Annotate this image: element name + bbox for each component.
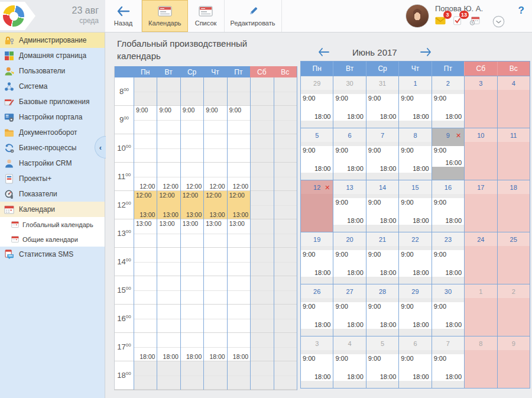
sidebar-item-bpm[interactable]: Бизнес-процессы — [0, 140, 105, 156]
user-avatar[interactable] — [406, 4, 429, 28]
prev-month-button[interactable] — [318, 48, 330, 56]
month-day-cell[interactable]: 139:0018:00 — [333, 180, 365, 232]
month-day-cell[interactable]: 219:0018:00 — [366, 232, 398, 284]
month-day-cell[interactable]: 18 — [497, 180, 530, 232]
toolbar-button-edit[interactable]: Редактировать — [225, 0, 282, 32]
month-day-cell[interactable]: 29:0018:00 — [432, 76, 464, 128]
afternoon-start-label: 13:00 — [206, 220, 221, 227]
sidebar-item-kpi[interactable]: Показатели — [0, 186, 105, 202]
month-day-cell[interactable]: 4 — [497, 76, 530, 128]
month-day-cell[interactable]: 11 — [497, 128, 530, 180]
month-day-cell[interactable]: 9 — [497, 336, 530, 388]
sidebar-item-portal-settings[interactable]: Настройки портала — [0, 109, 105, 125]
month-day-cell[interactable]: 289:0018:00 — [366, 284, 398, 336]
sidebar-item-docflow[interactable]: Документооборот — [0, 125, 105, 140]
month-day-cell[interactable]: 309:0018:00 — [333, 76, 365, 128]
month-day-cell[interactable]: 299:0018:00 — [301, 76, 333, 128]
month-day-cell[interactable]: 319:0018:00 — [366, 76, 398, 128]
month-day-cell[interactable]: 59:0018:00 — [366, 336, 398, 388]
sidebar-item-home[interactable]: Домашняя страница — [0, 48, 105, 63]
notification-mail-button[interactable]: 3 — [435, 16, 446, 28]
toolbar-button-label: Редактировать — [231, 20, 275, 27]
month-day-cell[interactable]: 149:0018:00 — [366, 180, 398, 232]
month-day-cell[interactable]: 12✕ — [301, 180, 333, 232]
month-day-cell[interactable]: 89:0018:00 — [398, 128, 431, 180]
month-day-cell[interactable]: 24 — [464, 232, 497, 284]
lunch-hour-cell: 12:0013:00 — [181, 191, 203, 219]
sidebar-item-sms-stats[interactable]: SMSСтатистика SMS — [0, 247, 105, 262]
month-week-row: 269:0018:00279:0018:00289:0018:00299:001… — [301, 284, 530, 336]
sidebar-item-administration[interactable]: Администрирование — [0, 33, 105, 48]
sidebar-item-shared-calendars[interactable]: Общие календари — [0, 232, 105, 247]
month-day-cell[interactable]: 8 — [464, 336, 497, 388]
month-day-cell[interactable]: 1 — [464, 284, 497, 336]
day-number: 5 — [301, 128, 333, 142]
topbar: 23 авг среда НазадКалендарьСписокРедакти… — [0, 0, 532, 33]
help-button[interactable]: ? — [518, 5, 524, 17]
month-week-row: 299:0018:00309:0018:00319:0018:0019:0018… — [301, 76, 530, 128]
day-number: 1 — [465, 284, 497, 298]
lunch-end-label: 13:00 — [163, 211, 179, 218]
working-hour-cell: 18:00 — [228, 333, 250, 361]
month-day-cell[interactable]: 49:0018:00 — [333, 336, 365, 388]
hour-label: 1500 — [115, 276, 134, 305]
sidebar-menu: АдминистрированиеДомашняя страницаПользо… — [0, 33, 105, 262]
svg-text:SMS: SMS — [8, 255, 13, 257]
day-number: 11 — [498, 128, 530, 142]
month-day-cell[interactable]: 239:0018:00 — [432, 232, 464, 284]
day-end-time: 16:00 — [446, 159, 462, 166]
next-month-button[interactable] — [420, 48, 432, 56]
user-name[interactable]: Попова Ю. А. — [435, 4, 483, 13]
app-logo-icon[interactable] — [0, 2, 35, 30]
week-day-column-Пт: 9:0012:0012:0013:0013:0018:00 — [227, 77, 250, 390]
working-hour-cell: 12:00 — [157, 163, 180, 191]
month-day-cell[interactable]: 269:0018:00 — [301, 284, 333, 336]
sidebar-item-users[interactable]: Пользователи — [0, 63, 105, 79]
month-day-cell[interactable]: 59:0018:00 — [301, 128, 333, 180]
month-day-cell[interactable]: 309:0018:00 — [432, 284, 464, 336]
month-day-cell[interactable]: 79:0018:00 — [366, 128, 398, 180]
toolbar-button-calendar[interactable]: Календарь — [142, 0, 188, 32]
sidebar-item-base-apps[interactable]: Базовые приложения — [0, 94, 105, 109]
day-number: 20 — [333, 232, 365, 246]
day-number: 6 — [333, 128, 365, 142]
month-day-cell[interactable]: 79:0018:00 — [432, 336, 464, 388]
working-hour-cell — [204, 276, 226, 305]
sidebar-item-calendars[interactable]: Календари — [0, 202, 105, 217]
toolbar-button-back[interactable]: Назад — [105, 0, 142, 32]
month-day-cell[interactable]: 299:0018:00 — [398, 284, 431, 336]
month-day-cell[interactable]: 199:0018:00 — [301, 232, 333, 284]
month-day-cell[interactable]: 39:0018:00 — [301, 336, 333, 388]
sidebar-item-global-calendar[interactable]: Глобальный календарь — [0, 217, 105, 232]
month-day-cell[interactable]: 2 — [497, 284, 530, 336]
month-day-cell[interactable]: 69:0018:00 — [333, 128, 365, 180]
month-day-cell[interactable]: 69:0018:00 — [398, 336, 431, 388]
notification-calendar-clock-button[interactable] — [469, 16, 480, 28]
month-day-cell[interactable]: 19:0018:00 — [398, 76, 431, 128]
work-hours-band: 9:0018:00 — [333, 302, 365, 329]
month-day-cell[interactable]: 209:0018:00 — [333, 232, 365, 284]
sidebar-item-crm-settings[interactable]: Настройки CRM — [0, 156, 105, 171]
user-menu-chevron-button[interactable] — [492, 15, 505, 28]
month-day-cell[interactable]: 9✕9:0016:00 — [432, 128, 464, 180]
month-day-cell[interactable]: 3 — [464, 76, 497, 128]
month-day-cell[interactable]: 10 — [464, 128, 497, 180]
working-hour-cell: 9:00 — [134, 106, 157, 134]
hour-label: 1300 — [115, 219, 134, 248]
afternoon-start-label: 13:00 — [159, 220, 174, 227]
month-day-cell[interactable]: 159:0018:00 — [398, 180, 431, 232]
week-day-column-Пн: 9:0012:0012:0013:0013:0018:00 — [134, 77, 157, 390]
month-day-cell[interactable]: 17 — [464, 180, 497, 232]
back-arrow-icon — [116, 6, 131, 17]
toolbar-button-list[interactable]: Список — [188, 0, 225, 32]
month-day-cell[interactable]: 169:0018:00 — [432, 180, 464, 232]
sidebar-item-system[interactable]: Система — [0, 79, 105, 94]
sidebar-item-projects[interactable]: Проекты+ — [0, 171, 105, 186]
notification-tasks-button[interactable]: 13 — [452, 16, 463, 28]
month-day-cell[interactable]: 229:0018:00 — [398, 232, 431, 284]
month-day-cell[interactable]: 279:0018:00 — [333, 284, 365, 336]
month-day-cell[interactable]: 25 — [497, 232, 530, 284]
day-end-time: 18:00 — [347, 269, 364, 276]
working-hour-cell — [181, 134, 203, 163]
day-number: 28 — [366, 284, 398, 298]
